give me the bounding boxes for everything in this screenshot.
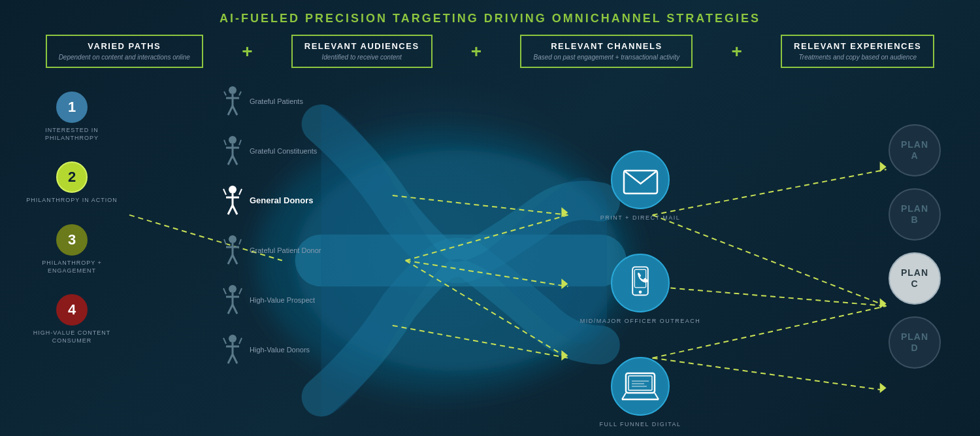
svg-marker-15 xyxy=(561,350,568,361)
svg-line-32 xyxy=(239,140,241,145)
channel-item-mail: PRINT + DIRECT MAIL xyxy=(568,150,712,221)
svg-point-19 xyxy=(229,86,237,94)
svg-line-57 xyxy=(228,354,233,363)
svg-line-59 xyxy=(223,338,226,344)
path-item-4: 4 HIGH-VALUE CONTENT CONSUMER xyxy=(20,294,124,344)
svg-line-51 xyxy=(233,305,237,314)
channel-circle-phone xyxy=(611,254,670,312)
col-experiences: PLANA PLANB PLANC PLAND xyxy=(889,124,954,369)
content-area: 1 INTERESTED IN PHILANTHROPY 2 PHILANTHR… xyxy=(0,85,980,436)
svg-marker-16 xyxy=(880,161,887,172)
svg-line-38 xyxy=(223,189,226,195)
svg-line-29 xyxy=(228,156,233,165)
svg-line-44 xyxy=(233,255,237,264)
plus-3: + xyxy=(731,41,742,62)
path-label-4: HIGH-VALUE CONTENT CONSUMER xyxy=(20,329,124,344)
path-label-2: PHILANTHROPY IN ACTION xyxy=(26,197,117,205)
path-circle-1: 1 xyxy=(56,92,88,123)
svg-line-58 xyxy=(233,354,237,363)
plan-label-c: PLANC xyxy=(901,267,928,290)
svg-point-33 xyxy=(229,186,237,193)
audience-label-5: High-Value Prospect xyxy=(250,295,315,305)
svg-line-22 xyxy=(228,106,233,115)
svg-line-37 xyxy=(233,205,237,214)
svg-line-31 xyxy=(224,140,226,145)
audience-item-5: High-Value Prospect xyxy=(222,284,327,316)
svg-line-52 xyxy=(223,288,226,294)
svg-line-45 xyxy=(224,239,226,244)
main-container: AI-FUELED PRECISION TARGETING DRIVING OM… xyxy=(0,0,980,436)
plan-circle-b: PLANB xyxy=(889,188,941,241)
svg-marker-17 xyxy=(880,298,887,309)
svg-line-60 xyxy=(239,338,242,344)
svg-line-39 xyxy=(239,189,242,195)
svg-line-23 xyxy=(233,106,237,115)
path-item-1: 1 INTERESTED IN PHILANTHROPY xyxy=(20,92,124,142)
header-box-varied-paths: VARIED PATHS Dependent on content and in… xyxy=(46,35,203,68)
plan-label-a: PLANA xyxy=(901,139,928,161)
channel-circle-mail xyxy=(611,150,670,209)
plus-1: + xyxy=(242,41,252,62)
col-paths: 1 INTERESTED IN PHILANTHROPY 2 PHILANTHR… xyxy=(20,92,124,363)
channel-label-mail: PRINT + DIRECT MAIL xyxy=(600,214,680,221)
header-box-sub-4: Treatments and copy based on audience xyxy=(794,53,921,61)
plan-circle-c: PLANC xyxy=(889,252,941,305)
channel-label-phone: MID/MAJOR OFFICER OUTREACH xyxy=(580,318,701,324)
svg-marker-13 xyxy=(561,207,568,218)
path-circle-2: 2 xyxy=(56,161,88,193)
svg-point-26 xyxy=(229,136,237,144)
path-circle-4: 4 xyxy=(56,294,88,326)
header-box-sub-1: Dependent on content and interactions on… xyxy=(59,53,190,61)
svg-line-24 xyxy=(224,92,226,95)
audience-item-2: Grateful Constituents xyxy=(222,135,327,167)
audience-item-6: High-Value Donors xyxy=(222,333,327,366)
header-box-title-2: RELEVANT AUDIENCES xyxy=(304,41,419,51)
figure-icon-1 xyxy=(222,85,243,118)
plan-circle-a: PLANA xyxy=(889,124,941,176)
figure-icon-5 xyxy=(222,284,243,316)
header-box-title-1: VARIED PATHS xyxy=(59,41,190,51)
plan-label-d: PLAND xyxy=(901,331,928,354)
svg-rect-66 xyxy=(629,376,652,390)
svg-line-68 xyxy=(622,393,626,399)
svg-point-47 xyxy=(229,285,237,293)
flow-svg xyxy=(0,85,980,436)
plus-2: + xyxy=(471,41,482,62)
header-box-sub-2: Identified to receive content xyxy=(304,53,419,61)
header-box-sub-3: Based on past engagement + transactional… xyxy=(533,53,679,61)
svg-line-7 xyxy=(406,261,568,358)
page-title: AI-FUELED PRECISION TARGETING DRIVING OM… xyxy=(0,0,980,25)
audience-label-1: Grateful Patients xyxy=(250,97,303,106)
audience-label-2: Grateful Constituents xyxy=(250,146,317,156)
figure-icon-2 xyxy=(222,135,243,167)
channel-item-laptop: FULL FUNNEL DIGITAL xyxy=(568,357,712,428)
svg-point-64 xyxy=(639,290,642,293)
header-box-channels: RELEVANT CHANNELS Based on past engageme… xyxy=(520,35,693,68)
path-label-1: INTERESTED IN PHILANTHROPY xyxy=(20,127,124,142)
col-channels: PRINT + DIRECT MAIL MID/MAJOR OFFICER OU… xyxy=(568,150,712,428)
svg-line-30 xyxy=(233,156,237,165)
figure-icon-6 xyxy=(222,333,243,366)
figure-icon-3 xyxy=(222,184,243,217)
plan-circle-d: PLAND xyxy=(889,316,941,369)
channel-item-phone: MID/MAJOR OFFICER OUTREACH xyxy=(568,254,712,324)
channel-label-laptop: FULL FUNNEL DIGITAL xyxy=(599,421,681,428)
phone-icon xyxy=(624,265,657,301)
svg-line-6 xyxy=(393,326,568,358)
audience-item-1: Grateful Patients xyxy=(222,85,327,118)
svg-line-5 xyxy=(406,261,568,287)
svg-line-50 xyxy=(228,305,233,314)
svg-line-4 xyxy=(406,215,568,261)
plan-label-b: PLANB xyxy=(901,203,928,226)
svg-marker-14 xyxy=(561,278,568,289)
laptop-icon xyxy=(621,371,660,402)
audience-label-3: General Donors xyxy=(250,195,314,207)
svg-point-54 xyxy=(229,335,237,343)
header-box-experiences: RELEVANT EXPERIENCES Treatments and copy… xyxy=(781,35,934,68)
path-item-3: 3 PHILANTHROPY + ENGAGEMENT xyxy=(20,224,124,275)
audience-item-3: General Donors xyxy=(222,184,327,217)
svg-line-69 xyxy=(655,393,659,399)
svg-line-25 xyxy=(239,92,241,95)
header-boxes: VARIED PATHS Dependent on content and in… xyxy=(0,25,980,68)
audience-label-6: High-Value Donors xyxy=(250,345,310,354)
